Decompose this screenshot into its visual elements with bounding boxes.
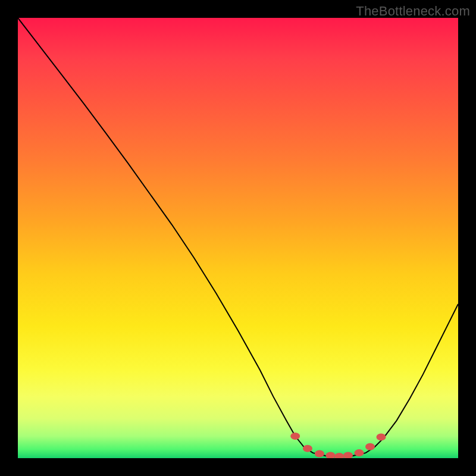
curve-marker [334,453,344,458]
curve-marker [355,449,364,456]
chart-svg [18,18,458,458]
curve-marker [290,433,300,440]
curve-marker [377,433,386,440]
curve-marker [365,443,375,450]
watermark-text: TheBottleneck.com [356,4,470,19]
chart-container [18,18,458,458]
curve-marker [315,450,324,458]
curve-markers [290,433,386,458]
curve-marker [343,452,353,458]
curve-marker [303,445,312,452]
bottleneck-curve [18,18,458,457]
curve-marker [325,452,335,458]
